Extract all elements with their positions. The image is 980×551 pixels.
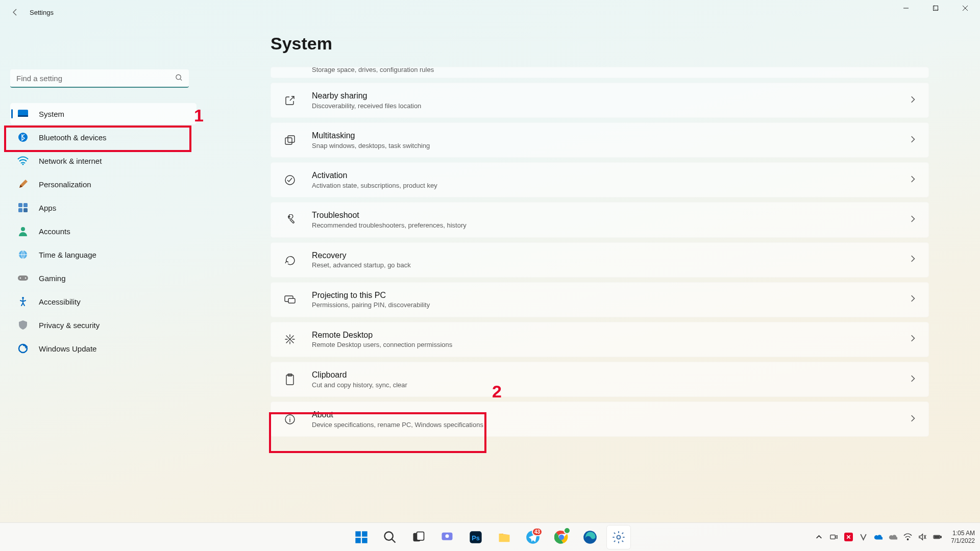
sidebar-item-label: Bluetooth & devices bbox=[39, 133, 107, 142]
sidebar-item-system[interactable]: System bbox=[10, 103, 197, 124]
chevron-right-icon bbox=[909, 255, 916, 264]
sidebar-item-label: Gaming bbox=[39, 274, 66, 283]
card-subtitle: Remote Desktop users, connection permiss… bbox=[312, 340, 909, 349]
sidebar-item-network[interactable]: Network & internet bbox=[10, 150, 197, 171]
taskbar-chat[interactable] bbox=[435, 525, 459, 549]
svg-rect-8 bbox=[23, 203, 28, 207]
tray-clock[interactable]: 1:05 AM 7/1/2022 bbox=[951, 530, 975, 545]
tray-wifi-icon[interactable] bbox=[903, 533, 912, 541]
tray-time: 1:05 AM bbox=[951, 530, 975, 537]
svg-point-34 bbox=[446, 534, 449, 538]
search-input[interactable] bbox=[10, 69, 189, 88]
svg-point-6 bbox=[22, 163, 23, 165]
sidebar: System Bluetooth & devices Network & int… bbox=[0, 24, 194, 522]
svg-rect-32 bbox=[417, 532, 424, 540]
chevron-right-icon bbox=[909, 215, 916, 224]
svg-rect-7 bbox=[18, 203, 22, 207]
sidebar-item-privacy[interactable]: Privacy & security bbox=[10, 314, 197, 336]
sidebar-item-label: Accessibility bbox=[39, 297, 81, 306]
taskbar-search[interactable] bbox=[378, 525, 402, 549]
card-title: Activation bbox=[312, 170, 909, 181]
clipboard-icon bbox=[283, 373, 297, 386]
card-remote-desktop[interactable]: Remote Desktop Remote Desktop users, con… bbox=[271, 322, 929, 357]
card-nearby-sharing[interactable]: Nearby sharing Discoverability, received… bbox=[271, 83, 929, 118]
minimize-button[interactable] bbox=[891, 0, 921, 16]
card-subtitle: Storage space, drives, configuration rul… bbox=[312, 67, 916, 74]
sidebar-item-time[interactable]: Time & language bbox=[10, 244, 197, 265]
card-about[interactable]: About Device specifications, rename PC, … bbox=[271, 402, 929, 437]
sidebar-item-bluetooth[interactable]: Bluetooth & devices bbox=[10, 127, 197, 148]
card-recovery[interactable]: Recovery Reset, advanced startup, go bac… bbox=[271, 242, 929, 278]
svg-rect-43 bbox=[830, 535, 835, 539]
system-icon bbox=[17, 108, 29, 119]
sidebar-item-gaming[interactable]: Gaming bbox=[10, 267, 197, 289]
taskbar-photoshop[interactable]: Ps bbox=[464, 525, 487, 549]
svg-point-42 bbox=[617, 535, 621, 539]
svg-rect-48 bbox=[941, 536, 942, 538]
svg-point-11 bbox=[21, 227, 25, 231]
card-projecting[interactable]: Projecting to this PC Permissions, pairi… bbox=[271, 282, 929, 317]
taskbar-telegram[interactable]: 43 bbox=[521, 525, 545, 549]
card-clipboard[interactable]: Clipboard Cut and copy history, sync, cl… bbox=[271, 362, 929, 397]
card-title: Nearby sharing bbox=[312, 90, 909, 102]
svg-rect-29 bbox=[362, 538, 368, 543]
system-tray: 1:05 AM 7/1/2022 bbox=[815, 523, 975, 551]
sidebar-item-label: Privacy & security bbox=[39, 321, 100, 330]
window-title: Settings bbox=[30, 9, 54, 16]
tray-weather-icon[interactable] bbox=[889, 533, 897, 541]
card-title: Clipboard bbox=[312, 369, 909, 381]
card-troubleshoot[interactable]: Troubleshoot Recommended troubleshooters… bbox=[271, 202, 929, 237]
svg-rect-0 bbox=[934, 6, 938, 11]
tray-app-v[interactable] bbox=[859, 533, 868, 541]
tray-meet-now-icon[interactable] bbox=[829, 533, 838, 541]
taskbar-settings[interactable] bbox=[607, 525, 630, 549]
telegram-badge: 43 bbox=[532, 528, 543, 536]
card-title: Projecting to this PC bbox=[312, 290, 909, 301]
card-multitasking[interactable]: Multitasking Snap windows, desktops, tas… bbox=[271, 122, 929, 158]
card-subtitle: Discoverability, received files location bbox=[312, 102, 909, 111]
close-button[interactable] bbox=[950, 0, 980, 16]
sidebar-item-accounts[interactable]: Accounts bbox=[10, 220, 197, 242]
sidebar-nav: System Bluetooth & devices Network & int… bbox=[10, 103, 197, 359]
tray-overflow[interactable] bbox=[815, 533, 823, 541]
tray-volume-icon[interactable] bbox=[918, 533, 927, 541]
maximize-button[interactable] bbox=[921, 0, 950, 16]
card-title: About bbox=[312, 409, 909, 420]
apps-icon bbox=[17, 202, 29, 213]
accounts-icon bbox=[17, 226, 29, 237]
tray-app-red[interactable] bbox=[844, 533, 853, 541]
taskbar-chrome[interactable] bbox=[550, 525, 573, 549]
check-circle-icon bbox=[283, 173, 297, 187]
taskbar-file-explorer[interactable] bbox=[493, 525, 516, 549]
bluetooth-icon bbox=[17, 132, 29, 143]
chrome-badge bbox=[564, 527, 571, 534]
sidebar-item-personalization[interactable]: Personalization bbox=[10, 173, 197, 195]
sidebar-item-label: Accounts bbox=[39, 227, 70, 236]
accessibility-icon bbox=[17, 296, 29, 307]
taskbar-taskview[interactable] bbox=[407, 525, 430, 549]
back-button[interactable] bbox=[10, 7, 20, 17]
svg-rect-26 bbox=[355, 531, 361, 537]
sidebar-item-apps[interactable]: Apps bbox=[10, 197, 197, 218]
tray-battery-icon[interactable] bbox=[933, 533, 942, 541]
svg-rect-18 bbox=[285, 138, 292, 144]
taskbar-edge[interactable] bbox=[578, 525, 602, 549]
remote-desktop-icon bbox=[283, 333, 297, 346]
tray-onedrive-icon[interactable] bbox=[874, 533, 883, 541]
sidebar-item-accessibility[interactable]: Accessibility bbox=[10, 291, 197, 312]
card-activation[interactable]: Activation Activation state, subscriptio… bbox=[271, 162, 929, 197]
sidebar-item-update[interactable]: Windows Update bbox=[10, 338, 197, 359]
svg-rect-4 bbox=[18, 115, 28, 117]
svg-point-15 bbox=[25, 278, 26, 279]
sidebar-item-label: Network & internet bbox=[39, 157, 102, 165]
card-subtitle: Activation state, subscriptions, product… bbox=[312, 181, 909, 190]
card-storage[interactable]: Storage Storage space, drives, configura… bbox=[271, 67, 929, 78]
sidebar-item-label: Apps bbox=[39, 204, 56, 212]
card-subtitle: Permissions, pairing PIN, discoverabilit… bbox=[312, 300, 909, 310]
close-icon bbox=[962, 5, 968, 11]
maximize-icon bbox=[933, 5, 939, 11]
start-button[interactable] bbox=[350, 525, 373, 549]
chevron-right-icon bbox=[909, 295, 916, 304]
chevron-right-icon bbox=[909, 335, 916, 344]
card-title: Multitasking bbox=[312, 130, 909, 141]
